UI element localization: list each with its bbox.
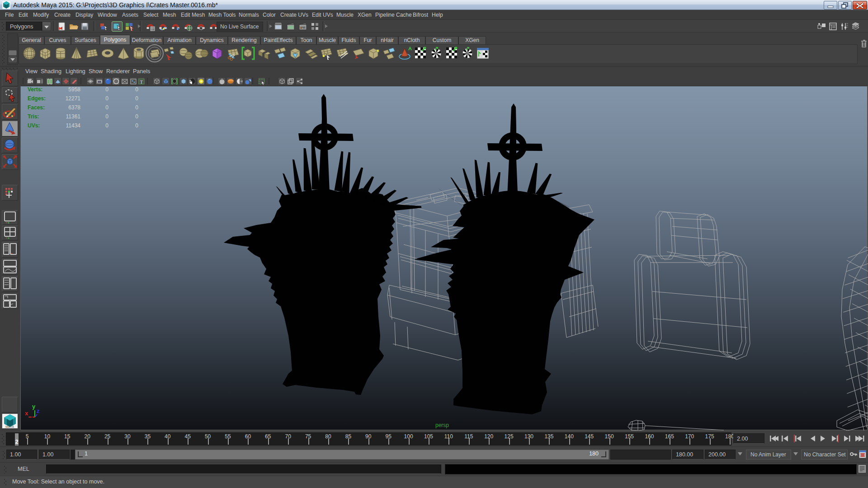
svg-text:MAYA: MAYA xyxy=(5,425,14,428)
svg-text:x: x xyxy=(25,410,28,417)
svg-text:y: y xyxy=(32,403,36,410)
svg-text:z: z xyxy=(37,408,40,414)
svg-text:IPR: IPR xyxy=(300,26,306,29)
svg-text:T: T xyxy=(140,79,143,84)
